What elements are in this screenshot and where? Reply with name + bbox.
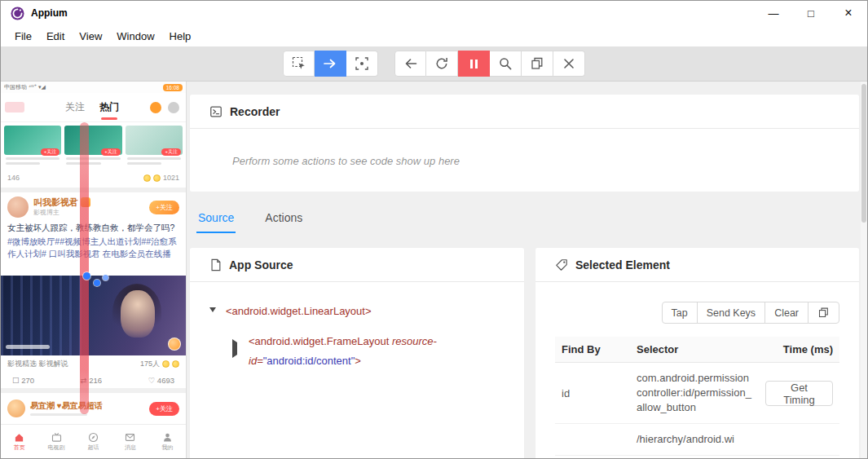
swipe-arrow-icon [323,56,337,71]
header-time: Time (ms) [759,337,839,363]
device-screenshot[interactable]: 中国移动 ⁴ᴳ⁺ ▾◢ 16:08 关注 热门 +关注 +关注 [1,82,187,458]
source-tree: <android.widget.LinearLayout> <android.w… [190,282,524,391]
nav-home[interactable]: 首页 [1,425,37,458]
copy-attributes-button[interactable] [808,302,839,324]
device-tab-hot[interactable]: 热门 [99,100,119,114]
follow-button-2[interactable]: +关注 [149,402,179,416]
person-icon [162,432,173,443]
device-thumb-3: +关注 [126,126,183,166]
vip-badge-icon [81,197,90,207]
table-row: id com.android.permissioncontroller:id/p… [555,363,839,424]
refresh-button[interactable] [426,51,458,77]
selector-cell: com.android.permissioncontroller:id/perm… [637,371,752,415]
selected-element-panel: Selected Element Tap Send Keys Clear [535,248,859,458]
device-thumbnail-grid: +关注 +关注 +关注 [1,122,186,168]
select-elements-button[interactable] [283,51,315,77]
pause-icon [470,60,478,68]
maximize-button[interactable]: □ [792,1,830,25]
tab-actions[interactable]: Actions [263,208,304,233]
selector-table: Find By Selector Time (ms) id com.androi… [555,337,839,456]
mail-icon [125,432,135,443]
copy-icon [817,307,830,319]
follow-pill: +关注 [161,148,181,156]
nav-discover[interactable]: 超话 [75,425,112,458]
close-button[interactable]: × [830,1,867,25]
table-row: /hierarchy/android.wi [555,424,839,456]
tab-source[interactable]: Source [196,208,236,233]
search-element-button[interactable] [490,51,522,77]
back-button[interactable] [394,51,426,77]
view-count: 1021 [163,174,179,182]
tv-icon [51,432,62,443]
video-caption-bar [6,345,50,349]
caret-down-icon[interactable] [209,302,226,329]
swipe-by-coordinates-button[interactable] [315,51,346,77]
app-source-panel: App Source <android.widget.LinearLayout>… [190,248,524,458]
copy-source-button[interactable] [522,51,553,77]
device-post-2: 易宜潮 ♥易宜易超话 +关注 [1,388,186,424]
post-video-thumbnail[interactable] [1,276,186,355]
get-timing-button[interactable]: Get Timing [765,381,833,406]
select-elements-icon [292,56,306,71]
follow-pill: +关注 [101,148,121,156]
minimize-button[interactable]: — [755,1,792,25]
send-keys-button[interactable]: Send Keys [697,302,765,324]
device-more-icon [168,102,179,113]
comment-count: 146 [7,174,20,182]
selector-cell: /hierarchy/android.wi [637,432,752,447]
viewer-count: 175人 [140,359,160,369]
tree-node-framelayout[interactable]: <android.widget.FrameLayout resource-id=… [209,332,504,371]
video-host-avatar [168,338,181,351]
device-stats-row-bottom: ☐ 270 ⇄ 216 ♡ 4693 [1,372,186,388]
device-avatar-icon [150,102,161,113]
scrollbar-thumb[interactable] [861,84,866,223]
nav-profile[interactable]: 我的 [149,425,186,458]
menu-view[interactable]: View [72,30,109,42]
quit-session-button[interactable] [553,51,585,77]
device-post: 叫我影视君 影视博主 +关注 女主被坏人跟踪，教练教自救，都学会了吗? #微博放… [1,188,186,276]
device-tab-follow[interactable]: 关注 [65,100,85,114]
app-source-title: App Source [229,258,293,271]
app-window: Appium — □ × File Edit View Window Help [0,0,868,459]
find-by-cell [555,424,630,456]
device-time-badge: 16:08 [163,84,183,91]
device-bottom-nav: 首页 电视剧 超话 消息 我的 [1,424,186,458]
caret-right-icon[interactable] [232,332,249,359]
follow-button[interactable]: +关注 [149,201,179,214]
nav-tv[interactable]: 电视剧 [37,425,74,458]
tag-icon [555,258,568,271]
home-icon [14,432,24,443]
device-thumb-2: +关注 [64,126,121,166]
emoji-icon [172,360,179,368]
source-actions-tabs: Source Actions [196,208,853,233]
toolbar [1,46,867,82]
appium-logo-icon [11,7,24,20]
post-text: 女主被坏人跟踪，教练教自救，都学会了吗? [7,222,179,234]
tap-element-button[interactable]: Tap [662,302,698,324]
recorder-title: Recorder [230,105,280,118]
person-face [121,290,155,338]
content-area: 中国移动 ⁴ᴳ⁺ ▾◢ 16:08 关注 热门 +关注 +关注 [1,82,867,458]
device-carrier: 中国移动 ⁴ᴳ⁺ ▾◢ [4,83,46,91]
poster-name: 叫我影视君 [33,197,90,208]
menu-file[interactable]: File [7,30,39,42]
menu-help[interactable]: Help [162,30,199,42]
device-status-bar: 中国移动 ⁴ᴳ⁺ ▾◢ 16:08 [1,82,186,93]
gesture-button-group [283,51,378,77]
selected-element-title: Selected Element [575,258,670,271]
stage-lights [1,276,84,355]
device-tab-bar: 关注 热门 [1,93,186,122]
clear-element-button[interactable]: Clear [764,302,809,324]
menu-edit[interactable]: Edit [39,30,72,42]
compass-icon [88,432,99,443]
emoji-icon [153,174,161,182]
tree-node-linearlayout[interactable]: <android.widget.LinearLayout> [209,302,504,329]
header-selector: Selector [630,337,759,363]
device-thumb-1: +关注 [4,126,61,166]
nav-messages[interactable]: 消息 [112,425,148,458]
menu-window[interactable]: Window [109,30,161,42]
video-tags: 影视精选 影视解说 [7,359,68,369]
pause-recording-button[interactable] [458,51,490,77]
tap-by-coordinates-button[interactable] [346,51,378,77]
poster-subtitle: 影视博主 [33,208,90,217]
